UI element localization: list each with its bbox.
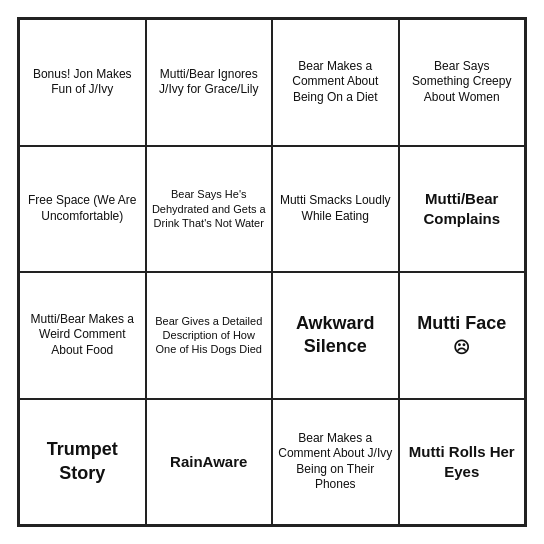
cell-r3c1: RainAware bbox=[146, 399, 273, 526]
cell-r2c2: Awkward Silence bbox=[272, 272, 399, 399]
cell-r1c1: Bear Says He's Dehydrated and Gets a Dri… bbox=[146, 146, 273, 273]
cell-r0c3: Bear Says Something Creepy About Women bbox=[399, 19, 526, 146]
cell-r2c1: Bear Gives a Detailed Description of How… bbox=[146, 272, 273, 399]
cell-r3c3: Mutti Rolls Her Eyes bbox=[399, 399, 526, 526]
cell-r3c2: Bear Makes a Comment About J/Ivy Being o… bbox=[272, 399, 399, 526]
bingo-card: Bonus! Jon Makes Fun of J/Ivy Mutti/Bear… bbox=[17, 17, 527, 527]
cell-r0c0: Bonus! Jon Makes Fun of J/Ivy bbox=[19, 19, 146, 146]
cell-text: Mutti Face☹ bbox=[417, 312, 506, 358]
cell-r1c0: Free Space (We Are Uncomfortable) bbox=[19, 146, 146, 273]
cell-r2c3: Mutti Face☹ bbox=[399, 272, 526, 399]
cell-r0c1: Mutti/Bear Ignores J/Ivy for Grace/Lily bbox=[146, 19, 273, 146]
cell-r0c2: Bear Makes a Comment About Being On a Di… bbox=[272, 19, 399, 146]
cell-r3c0: Trumpet Story bbox=[19, 399, 146, 526]
cell-r1c3: Mutti/Bear Complains bbox=[399, 146, 526, 273]
frown-icon: ☹ bbox=[417, 338, 506, 359]
cell-r1c2: Mutti Smacks Loudly While Eating bbox=[272, 146, 399, 273]
cell-r2c0: Mutti/Bear Makes a Weird Comment About F… bbox=[19, 272, 146, 399]
